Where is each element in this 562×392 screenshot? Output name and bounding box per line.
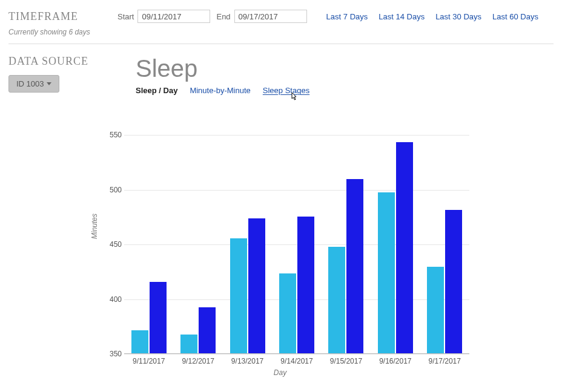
timeframe-subnote: Currently showing 6 days [0,28,562,44]
bar-series-a[interactable] [131,330,148,353]
bar-series-b[interactable] [150,282,167,353]
gridline [124,299,469,300]
gridline [124,135,469,136]
y-axis-label: Minutes [90,214,99,239]
x-axis-label: Day [88,368,472,377]
y-tick-label: 500 [105,186,122,194]
gridline [124,190,469,191]
tab-sleep-stages-label: Sleep Stages [263,86,309,95]
plot-area [124,124,469,354]
bar-series-a[interactable] [328,247,345,353]
data-source-id-label: ID 1003 [16,79,44,88]
timeframe-bar: TIMEFRAME Start End Last 7 Days Last 14 … [0,0,562,28]
bar-series-a[interactable] [279,273,296,353]
bar-series-a[interactable] [427,267,444,353]
quick-last-60[interactable]: Last 60 Days [492,12,538,21]
sleep-bar-chart: Minutes Day 3504004505005509/11/20179/12… [88,118,472,378]
quick-range-links: Last 7 Days Last 14 Days Last 30 Days La… [326,12,538,21]
start-label: Start [117,12,134,21]
quick-last-30[interactable]: Last 30 Days [435,12,481,21]
x-tick-label: 9/11/2017 [133,357,165,365]
x-tick-label: 9/16/2017 [379,357,411,365]
bar-series-b[interactable] [445,210,462,353]
bar-series-a[interactable] [378,192,395,353]
start-date-group: Start [117,10,210,23]
quick-last-14[interactable]: Last 14 Days [379,12,425,21]
bar-series-b[interactable] [199,307,216,353]
y-tick-label: 550 [105,131,122,139]
gridline [124,354,469,354]
caret-down-icon [47,82,51,85]
x-tick-label: 9/13/2017 [231,357,263,365]
x-tick-label: 9/14/2017 [280,357,312,365]
start-date-input[interactable] [137,10,210,23]
bar-series-b[interactable] [396,142,413,353]
bar-series-a[interactable] [180,335,197,353]
data-source-id-dropdown[interactable]: ID 1003 [8,75,59,93]
end-date-input[interactable] [234,10,307,23]
y-tick-label: 350 [105,350,122,358]
x-tick-label: 9/12/2017 [182,357,214,365]
tab-sleep-per-day[interactable]: Sleep / Day [136,86,177,95]
bar-series-b[interactable] [297,217,314,353]
quick-last-7[interactable]: Last 7 Days [326,12,368,21]
y-tick-label: 450 [105,240,122,249]
timeframe-title: TIMEFRAME [8,10,111,23]
bar-series-a[interactable] [230,238,247,353]
tabs: Sleep / Day Minute-by-Minute Sleep Stage… [136,86,554,95]
divider [8,44,554,44]
x-tick-label: 9/15/2017 [330,357,362,365]
end-date-group: End [216,10,306,23]
gridline [124,244,469,245]
tab-minute-by-minute[interactable]: Minute-by-Minute [190,86,250,95]
end-label: End [216,12,230,21]
bar-series-b[interactable] [248,218,265,353]
bar-series-b[interactable] [346,179,363,353]
y-tick-label: 400 [105,295,122,304]
page-title: Sleep [136,55,554,82]
x-tick-label: 9/17/2017 [429,357,461,365]
data-source-title: DATA SOURCE [8,55,136,68]
tab-sleep-stages[interactable]: Sleep Stages [263,86,309,95]
